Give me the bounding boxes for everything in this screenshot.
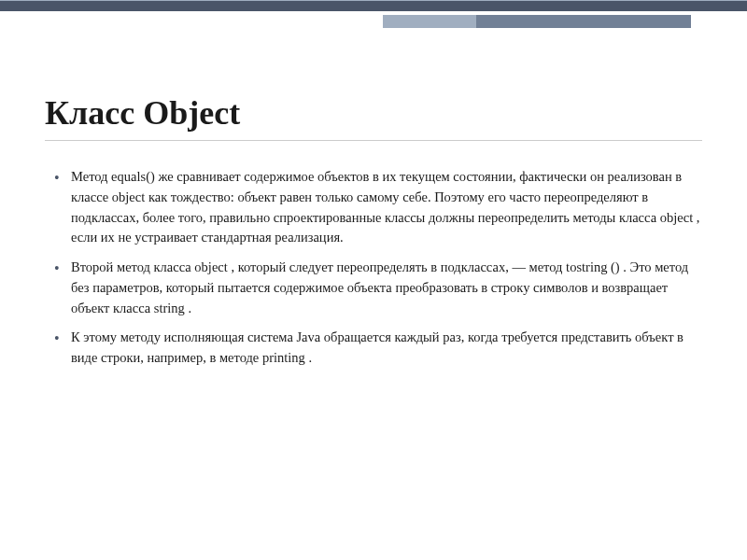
accent-bar-light bbox=[383, 15, 476, 28]
top-border-decoration bbox=[0, 0, 747, 11]
title-underline bbox=[45, 140, 702, 141]
list-item: К этому методу исполняющая система Java … bbox=[71, 328, 702, 369]
list-item: Метод equals() же сравнивает содержимое … bbox=[71, 167, 702, 248]
slide-content: Класс Object Метод equals() же сравнивае… bbox=[0, 0, 747, 415]
accent-bar-dark bbox=[476, 15, 691, 28]
list-item: Второй метод класса object , который сле… bbox=[71, 258, 702, 318]
slide-title: Класс Object bbox=[45, 93, 702, 133]
bullet-list: Метод equals() же сравнивает содержимое … bbox=[45, 167, 702, 369]
